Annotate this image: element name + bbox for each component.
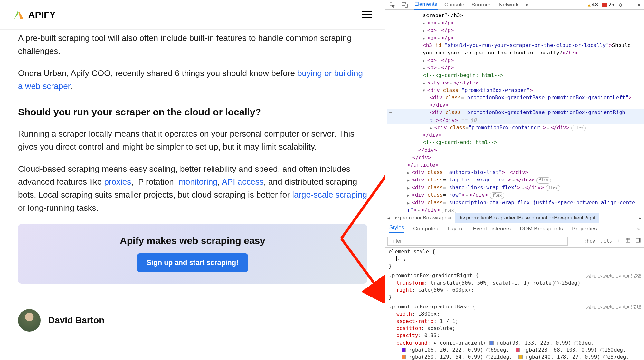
- svg-rect-4: [405, 4, 407, 7]
- link-api-access[interactable]: API access: [222, 177, 264, 187]
- svg-rect-7: [639, 238, 640, 242]
- inspect-element-icon[interactable]: [389, 2, 396, 8]
- paragraph: Running a scraper locally means that it …: [18, 127, 367, 153]
- subtab-listeners[interactable]: Event Listeners: [473, 226, 511, 232]
- promo-box: Apify makes web scraping easy Sign up an…: [18, 224, 367, 284]
- subtab-layout[interactable]: Layout: [448, 226, 464, 232]
- link-large-scale[interactable]: large-scale scraping: [292, 190, 367, 199]
- tab-sources[interactable]: Sources: [471, 0, 492, 9]
- link-proxies[interactable]: proxies: [104, 177, 131, 187]
- crumb-segment-active[interactable]: div.promotionBox-gradientBase.promotionB…: [455, 213, 599, 223]
- brand-logo[interactable]: APIFY: [13, 9, 56, 21]
- sidebar-toggle-icon[interactable]: [636, 238, 641, 244]
- link-monitoring[interactable]: monitoring: [178, 177, 217, 187]
- warning-icon: ▲: [588, 2, 591, 8]
- subtabs-overflow[interactable]: »: [637, 226, 640, 232]
- chevron-left-icon[interactable]: ◂: [385, 215, 392, 221]
- styles-subtabs: Styles Computed Layout Event Listeners D…: [385, 223, 644, 235]
- heading-cloud-locally: Should you run your scraper on the cloud…: [18, 107, 367, 118]
- apify-logo-icon: [13, 9, 24, 21]
- divider: [18, 298, 367, 298]
- warnings-badge[interactable]: ▲48: [588, 2, 598, 8]
- article-pane: APIFY A pre-built scraping tool will als…: [0, 0, 385, 360]
- svg-rect-5: [626, 238, 630, 242]
- styles-filter-row: :hov .cls +: [385, 235, 644, 248]
- computed-styles-icon[interactable]: [625, 238, 630, 244]
- subtab-properties[interactable]: Properties: [572, 226, 597, 232]
- dom-breadcrumb[interactable]: ◂ iv.promotionBox-wrapper div.promotionB…: [385, 213, 644, 223]
- chevron-right-icon[interactable]: ▸: [639, 215, 644, 221]
- source-link[interactable]: what-is-web…raping/:736: [587, 272, 641, 279]
- promo-title: Apify makes web scraping easy: [120, 235, 265, 246]
- styles-pane[interactable]: element.style { : ; } .promotionBox-grad…: [385, 248, 644, 360]
- devtools-toolbar: Elements Console Sources Network » ▲48 2…: [385, 0, 644, 10]
- menu-button[interactable]: [362, 11, 372, 18]
- subtab-dom-breakpoints[interactable]: DOM Breakpoints: [520, 226, 563, 232]
- author-avatar[interactable]: [18, 309, 41, 332]
- paragraph: Ondra Urban, Apify COO, recently shared …: [18, 67, 367, 93]
- devtools-pane: Elements Console Sources Network » ▲48 2…: [385, 0, 644, 360]
- signup-button[interactable]: Sign up and start scraping!: [137, 253, 248, 272]
- close-icon[interactable]: ✕: [637, 1, 641, 8]
- error-icon: [602, 3, 607, 7]
- author-block: David Barton: [18, 309, 367, 338]
- selected-node[interactable]: ⋯<div class="promotionBox-gradientBase p…: [387, 109, 644, 116]
- subtab-styles[interactable]: Styles: [389, 224, 404, 233]
- new-rule-icon[interactable]: +: [617, 238, 620, 244]
- errors-badge[interactable]: 25: [602, 2, 614, 8]
- tabs-overflow[interactable]: »: [525, 0, 529, 9]
- author-name[interactable]: David Barton: [48, 315, 104, 326]
- subtab-computed[interactable]: Computed: [413, 226, 438, 232]
- tab-console[interactable]: Console: [444, 0, 465, 9]
- styles-filter-input[interactable]: [387, 237, 568, 246]
- site-header: APIFY: [0, 0, 385, 30]
- crumb-segment[interactable]: iv.promotionBox-wrapper: [392, 213, 455, 223]
- gear-icon[interactable]: ⚙: [619, 1, 622, 8]
- paragraph: Cloud-based scraping means easy scaling,…: [18, 162, 367, 214]
- article-body: A pre-built scraping tool will also ofte…: [0, 32, 385, 338]
- tab-elements[interactable]: Elements: [414, 0, 438, 10]
- source-link[interactable]: what-is-web…raping/:716: [587, 303, 641, 310]
- cls-toggle[interactable]: .cls: [601, 238, 612, 244]
- device-toggle-icon[interactable]: [402, 2, 408, 8]
- brand-name: APIFY: [28, 10, 56, 20]
- tab-network[interactable]: Network: [498, 0, 519, 9]
- elements-tree[interactable]: scraper?</h3> ▶<p>⋯</p> ▶<p>⋯</p> ▶<p>⋯<…: [385, 10, 644, 213]
- hov-toggle[interactable]: :hov: [584, 238, 595, 244]
- paragraph: A pre-built scraping tool will also ofte…: [18, 32, 367, 58]
- more-icon[interactable]: ⋮: [627, 1, 633, 8]
